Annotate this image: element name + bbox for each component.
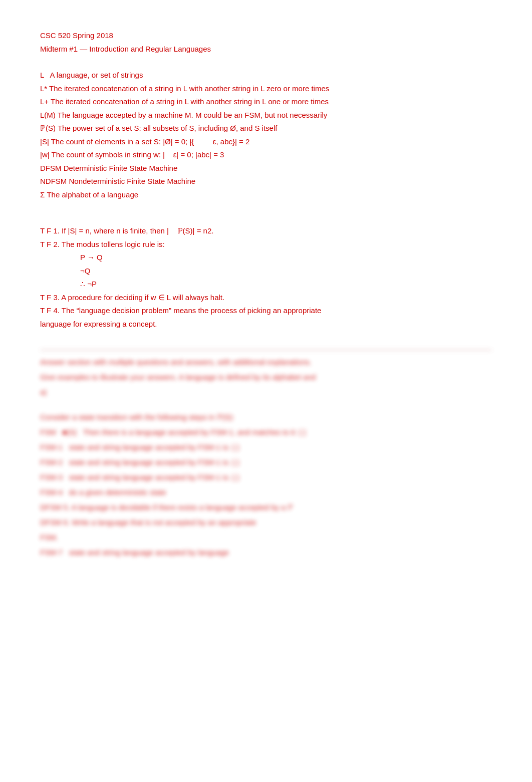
blurred-line-13: FSM-7 state and string language accepted…: [40, 547, 492, 559]
blurred-answers-section: Answer section with multiple questions a…: [40, 350, 492, 559]
blurred-line-12: FSM.: [40, 532, 492, 544]
tf2-line3: ∴ ¬P: [40, 279, 492, 290]
def-PS: ℙ(S) The power set of a set S: all subse…: [40, 123, 492, 134]
spacer-1: [40, 215, 492, 225]
blurred-line-8: FSM-3 state and string language accepted…: [40, 471, 492, 483]
blurred-line-4: Consider a state transition with the fol…: [40, 411, 492, 423]
blurred-line-2: Give examples to illustrate your answers…: [40, 371, 492, 383]
tf3: T F 3. A procedure for deciding if w ∈ L…: [40, 292, 492, 304]
blurred-line-10: DFSM 5. A language is decidable if there…: [40, 501, 492, 513]
blurred-line-1: Answer section with multiple questions a…: [40, 356, 492, 368]
header-section: CSC 520 Spring 2018 Midterm #1 — Introdu…: [40, 30, 492, 55]
blurred-line-6: FSM-1 state and string language accepted…: [40, 441, 492, 453]
def-wcount: |w| The count of symbols in string w: | …: [40, 149, 492, 161]
blurred-line-9: FSM-4 do a given deterministic state: [40, 486, 492, 498]
blurred-spacer: [40, 401, 492, 411]
def-DFSM: DFSM Deterministic Finite State Machine: [40, 163, 492, 174]
tf1: T F 1. If |S| = n, where n is finite, th…: [40, 225, 492, 237]
tf2-line1: P → Q: [40, 252, 492, 264]
tf2-line2: ¬Q: [40, 266, 492, 277]
blurred-line-7: FSM-2 state and string language accepted…: [40, 456, 492, 468]
blurred-line-3: a): [40, 386, 492, 398]
def-sigma: Σ The alphabet of a language: [40, 189, 492, 201]
blurred-line-11: DFSM 6. Write a language that is not acc…: [40, 516, 492, 529]
tf-questions-section: T F 1. If |S| = n, where n is finite, th…: [40, 225, 492, 330]
section-separator: [40, 350, 492, 350]
def-LM: L(M) The language accepted by a machine …: [40, 110, 492, 121]
tf2-intro: T F 2. The modus tollens logic rule is:: [40, 239, 492, 250]
def-Lplus: L+ The iterated concatenation of a strin…: [40, 96, 492, 108]
def-L: L A language, or set of strings: [40, 70, 492, 81]
course-title: CSC 520 Spring 2018: [40, 30, 492, 42]
tf4: T F 4. The “language decision problem” m…: [40, 305, 492, 317]
definitions-section: L A language, or set of strings L* The i…: [40, 70, 492, 200]
def-NDFSM: NDFSM Nondeterministic Finite State Mach…: [40, 176, 492, 187]
def-Scount: |S| The count of elements in a set S: |Ø…: [40, 136, 492, 148]
exam-title: Midterm #1 — Introduction and Regular La…: [40, 44, 492, 55]
def-Lstar: L* The iterated concatenation of a strin…: [40, 83, 492, 95]
blurred-line-5: FSM ■(S) Then there is a language accept…: [40, 426, 492, 438]
tf4-cont: language for expressing a concept.: [40, 319, 492, 330]
